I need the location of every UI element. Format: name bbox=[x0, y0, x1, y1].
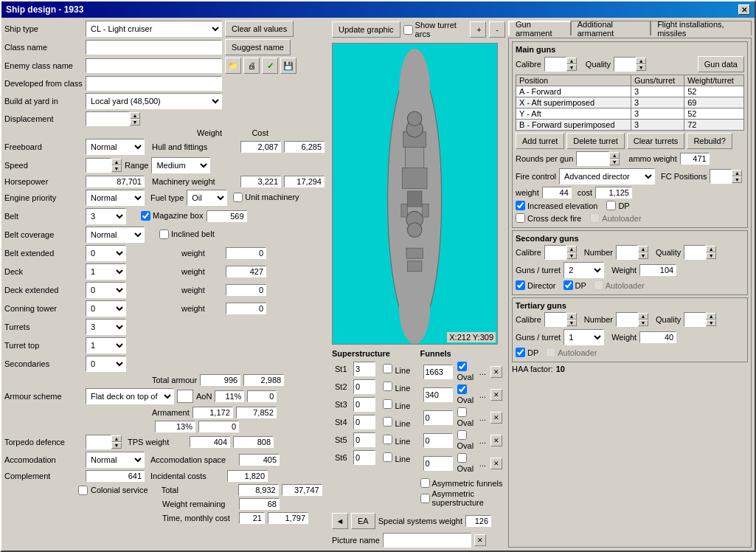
ter-calibre-input[interactable]: 3 bbox=[544, 312, 566, 327]
tab-flight-installations[interactable]: Flight installations, missiles bbox=[651, 21, 752, 35]
deck-extended-select[interactable]: 0 bbox=[86, 282, 126, 298]
belt-select[interactable]: 3 bbox=[86, 208, 126, 224]
funnel-ellipsis-5[interactable]: ... bbox=[479, 459, 486, 468]
fc-positions-input[interactable]: 2 bbox=[710, 169, 732, 184]
ter-num-down[interactable]: ▼ bbox=[638, 320, 648, 326]
sec-num-down[interactable]: ▼ bbox=[638, 252, 648, 259]
super-line-st5[interactable] bbox=[383, 435, 392, 444]
super-line-st2[interactable] bbox=[383, 382, 392, 391]
speed-input[interactable]: 32 bbox=[86, 158, 111, 173]
torpedo-up[interactable]: ▲ bbox=[111, 435, 122, 442]
tab-gun-armament[interactable]: Gun armament bbox=[508, 21, 571, 35]
update-graphic-button[interactable]: Update graphic bbox=[332, 21, 400, 38]
close-button[interactable]: ✕ bbox=[738, 4, 750, 15]
range-select[interactable]: Medium bbox=[151, 157, 210, 173]
sec-calibre-down[interactable]: ▼ bbox=[566, 252, 577, 259]
enemy-class-input[interactable]: Surcouf bbox=[86, 58, 222, 73]
arrow-button[interactable]: ◄ bbox=[332, 513, 348, 529]
asymmetric-superstructure-check[interactable] bbox=[420, 494, 430, 503]
increased-elevation-check[interactable] bbox=[516, 201, 525, 210]
show-turret-arcs-check[interactable] bbox=[403, 25, 413, 35]
funnel-input-5[interactable] bbox=[423, 456, 453, 471]
folder-icon[interactable]: 📁 bbox=[225, 58, 241, 74]
speed-down[interactable]: ▼ bbox=[111, 165, 122, 172]
deck-select[interactable]: 1 bbox=[86, 263, 126, 280]
torpedo-input[interactable]: 2 bbox=[86, 435, 111, 449]
super-line-st4[interactable] bbox=[383, 417, 392, 427]
tab-additional-armament[interactable]: Additional armament bbox=[571, 21, 651, 35]
funnel-oval-1[interactable] bbox=[457, 362, 467, 371]
turrets-select[interactable]: 3 bbox=[86, 319, 126, 335]
funnel-input-1[interactable] bbox=[423, 365, 453, 379]
quality-input[interactable]: 1 bbox=[614, 57, 636, 72]
clear-turrets-button[interactable]: Clear turrets bbox=[627, 133, 685, 149]
displacement-down[interactable]: ▼ bbox=[130, 119, 140, 125]
funnel-oval-2[interactable] bbox=[457, 384, 467, 394]
rebuild-button[interactable]: Rebuild? bbox=[687, 133, 732, 149]
belt-extended-select[interactable]: 0 bbox=[86, 245, 126, 261]
rounds-input[interactable]: 250 bbox=[576, 151, 609, 166]
secondaries-select[interactable]: 0 bbox=[86, 356, 126, 372]
super-input-st1[interactable] bbox=[353, 362, 375, 376]
sec-calibre-up[interactable]: ▲ bbox=[566, 246, 577, 252]
funnel-oval-4[interactable] bbox=[457, 430, 467, 440]
ter-qual-down[interactable]: ▼ bbox=[706, 320, 716, 326]
magazine-box-check[interactable] bbox=[141, 211, 150, 221]
funnel-oval-3[interactable] bbox=[457, 407, 467, 417]
picture-delete[interactable]: ✕ bbox=[474, 534, 486, 546]
ea-button[interactable]: EA bbox=[351, 513, 375, 529]
super-line-st6[interactable] bbox=[383, 452, 392, 462]
super-input-st3[interactable] bbox=[353, 397, 375, 412]
sec-dp-check[interactable] bbox=[563, 280, 573, 290]
ter-gpt-select[interactable]: 1 bbox=[563, 329, 604, 345]
funnel-input-3[interactable] bbox=[423, 410, 453, 425]
funnel-ellipsis-4[interactable]: ... bbox=[479, 436, 486, 445]
quality-down[interactable]: ▼ bbox=[636, 64, 646, 71]
accommodation-select[interactable]: Normal bbox=[86, 452, 145, 468]
print-icon[interactable]: 🖨 bbox=[243, 58, 260, 74]
build-yard-select[interactable]: Local yard (48,500) bbox=[86, 93, 222, 109]
check-icon[interactable]: ✓ bbox=[262, 58, 278, 74]
displacement-up[interactable]: ▲ bbox=[130, 112, 140, 119]
ter-quality-input[interactable]: 1 bbox=[684, 312, 706, 327]
funnel-delete-5[interactable]: ✕ bbox=[490, 458, 502, 469]
belt-coverage-select[interactable]: Normal bbox=[86, 227, 145, 243]
super-input-st6[interactable] bbox=[353, 450, 375, 465]
ter-autoloader-check[interactable] bbox=[546, 348, 555, 357]
sec-number-input[interactable]: 8 bbox=[616, 245, 638, 260]
ter-number-input[interactable]: 4 bbox=[616, 312, 638, 327]
ter-calibre-up[interactable]: ▲ bbox=[566, 313, 577, 320]
cross-deck-check[interactable] bbox=[516, 213, 525, 223]
ter-calibre-down[interactable]: ▼ bbox=[566, 320, 577, 326]
funnel-delete-2[interactable]: ✕ bbox=[490, 389, 502, 401]
minus-button[interactable]: - bbox=[489, 21, 505, 38]
armour-scheme-select[interactable]: Flat deck on top of bbox=[86, 388, 174, 404]
funnel-delete-1[interactable]: ✕ bbox=[490, 366, 502, 378]
fc-pos-down[interactable]: ▼ bbox=[732, 176, 742, 183]
super-line-st3[interactable] bbox=[383, 399, 392, 409]
sec-autoloader-check[interactable] bbox=[594, 280, 603, 290]
funnel-oval-5[interactable] bbox=[457, 453, 467, 463]
fire-control-select[interactable]: Advanced director bbox=[559, 168, 655, 184]
calibre-up[interactable]: ▲ bbox=[566, 58, 577, 64]
displacement-input[interactable]: 9000 bbox=[86, 111, 130, 126]
conning-select[interactable]: 0 bbox=[86, 300, 126, 317]
super-input-st4[interactable] bbox=[353, 415, 375, 429]
inclined-belt-check[interactable] bbox=[159, 230, 169, 239]
suggest-name-button[interactable]: Suggest name bbox=[225, 39, 291, 55]
clear-all-button[interactable]: Clear all values bbox=[225, 21, 294, 37]
super-input-st2[interactable] bbox=[353, 379, 375, 394]
autoloader-check-main[interactable] bbox=[590, 213, 600, 223]
funnel-delete-4[interactable]: ✕ bbox=[490, 435, 502, 446]
asymmetric-funnels-check[interactable] bbox=[420, 478, 430, 488]
sec-quality-input[interactable]: 1 bbox=[684, 245, 706, 260]
speed-up[interactable]: ▲ bbox=[111, 159, 122, 165]
funnel-input-2[interactable] bbox=[423, 387, 453, 402]
funnel-ellipsis-2[interactable]: ... bbox=[479, 390, 486, 399]
class-name-input[interactable]: Surcouf bbox=[86, 40, 222, 55]
fc-pos-up[interactable]: ▲ bbox=[732, 170, 742, 176]
unit-machinery-check[interactable] bbox=[233, 193, 243, 202]
engine-select[interactable]: Normal bbox=[86, 190, 145, 206]
super-line-st1[interactable] bbox=[383, 364, 392, 373]
rounds-up[interactable]: ▲ bbox=[609, 152, 620, 159]
